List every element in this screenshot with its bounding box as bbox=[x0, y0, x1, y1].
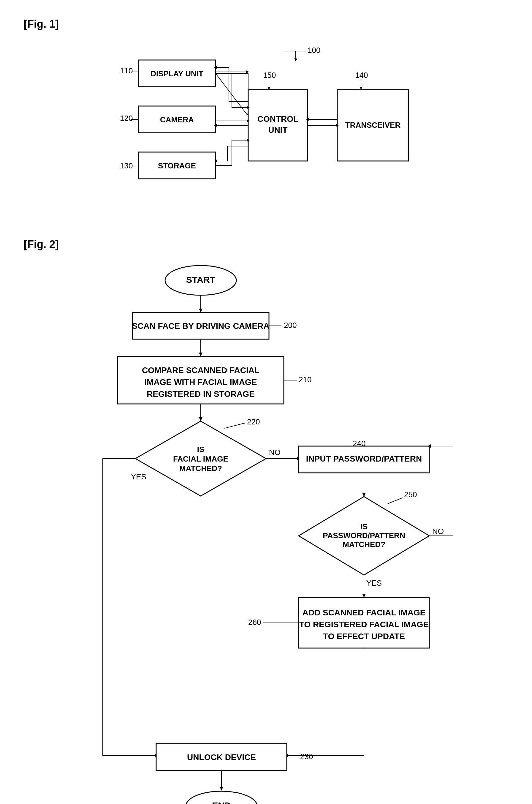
svg-marker-31 bbox=[246, 70, 249, 73]
svg-text:TO EFFECT UPDATE: TO EFFECT UPDATE bbox=[323, 632, 405, 641]
svg-text:END: END bbox=[212, 800, 231, 804]
svg-text:STORAGE: STORAGE bbox=[158, 161, 196, 170]
svg-line-27 bbox=[215, 73, 247, 115]
svg-text:NO: NO bbox=[432, 527, 444, 536]
svg-text:210: 210 bbox=[299, 375, 311, 384]
svg-text:130: 130 bbox=[120, 161, 133, 170]
svg-marker-53 bbox=[199, 353, 203, 356]
svg-text:CONTROL: CONTROL bbox=[258, 114, 298, 124]
svg-text:IMAGE WITH FACIAL IMAGE: IMAGE WITH FACIAL IMAGE bbox=[144, 377, 257, 387]
svg-text:SCAN FACE BY DRIVING CAMERA: SCAN FACE BY DRIVING CAMERA bbox=[132, 321, 269, 331]
svg-text:CAMERA: CAMERA bbox=[160, 115, 194, 124]
svg-text:UNIT: UNIT bbox=[268, 125, 287, 134]
svg-text:250: 250 bbox=[404, 490, 417, 499]
fig2-diagram: START SCAN FACE BY DRIVING CAMERA 200 CO… bbox=[73, 263, 459, 804]
fig1-svg: 100 110 120 130 150 140 DISPLAY UNIT CAM… bbox=[103, 42, 429, 203]
fig2-label: [Fig. 2] bbox=[24, 238, 508, 251]
svg-text:MATCHED?: MATCHED? bbox=[179, 464, 222, 473]
svg-marker-3 bbox=[294, 58, 297, 61]
svg-text:230: 230 bbox=[300, 752, 313, 761]
svg-text:ADD SCANNED FACIAL IMAGE: ADD SCANNED FACIAL IMAGE bbox=[303, 608, 426, 617]
svg-marker-89 bbox=[362, 594, 366, 598]
fig1-diagram: 100 110 120 130 150 140 DISPLAY UNIT CAM… bbox=[103, 42, 429, 203]
svg-text:INPUT PASSWORD/PATTERN: INPUT PASSWORD/PATTERN bbox=[306, 454, 422, 463]
svg-text:TRANSCEIVER: TRANSCEIVER bbox=[345, 120, 401, 130]
svg-line-66 bbox=[225, 423, 245, 428]
svg-text:100: 100 bbox=[307, 46, 320, 55]
svg-text:YES: YES bbox=[131, 472, 146, 481]
svg-text:140: 140 bbox=[355, 71, 368, 80]
svg-marker-103 bbox=[220, 787, 223, 791]
svg-marker-61 bbox=[199, 417, 203, 421]
svg-text:YES: YES bbox=[366, 579, 382, 587]
svg-text:FACIAL IMAGE: FACIAL IMAGE bbox=[173, 454, 228, 463]
svg-text:COMPARE SCANNED FACIAL: COMPARE SCANNED FACIAL bbox=[142, 366, 260, 375]
svg-line-84 bbox=[388, 498, 402, 504]
svg-text:TO REGISTERED FACIAL IMAGE: TO REGISTERED FACIAL IMAGE bbox=[299, 620, 429, 629]
svg-text:220: 220 bbox=[247, 417, 260, 426]
svg-text:DISPLAY UNIT: DISPLAY UNIT bbox=[151, 69, 203, 78]
svg-text:UNLOCK DEVICE: UNLOCK DEVICE bbox=[187, 753, 256, 762]
svg-marker-79 bbox=[362, 493, 366, 497]
svg-text:MATCHED?: MATCHED? bbox=[343, 540, 385, 549]
svg-text:IS: IS bbox=[197, 445, 205, 454]
svg-marker-47 bbox=[199, 308, 203, 313]
fig1-label: [Fig. 1] bbox=[24, 18, 508, 30]
svg-text:260: 260 bbox=[248, 618, 261, 627]
svg-text:PASSWORD/PATTERN: PASSWORD/PATTERN bbox=[323, 531, 405, 540]
fig2-svg: START SCAN FACE BY DRIVING CAMERA 200 CO… bbox=[73, 263, 459, 804]
svg-text:REGISTERED IN STORAGE: REGISTERED IN STORAGE bbox=[147, 389, 255, 398]
svg-text:IS: IS bbox=[360, 522, 368, 531]
svg-text:110: 110 bbox=[120, 66, 133, 75]
svg-text:120: 120 bbox=[120, 114, 133, 123]
svg-text:150: 150 bbox=[263, 71, 276, 80]
svg-text:200: 200 bbox=[284, 321, 297, 330]
svg-text:NO: NO bbox=[269, 448, 281, 457]
svg-text:START: START bbox=[186, 275, 215, 284]
